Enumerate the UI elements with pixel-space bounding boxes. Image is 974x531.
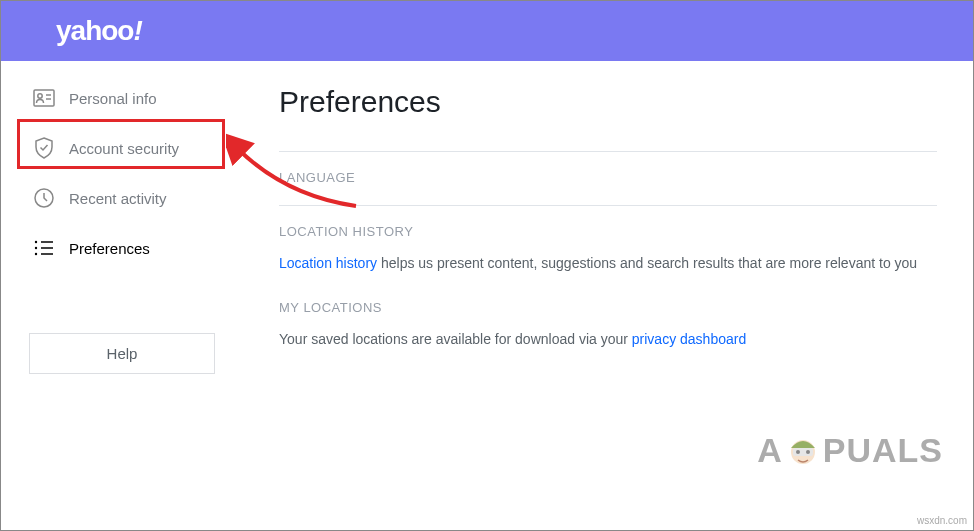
sidebar-item-label: Account security bbox=[69, 140, 179, 157]
privacy-dashboard-link[interactable]: privacy dashboard bbox=[632, 331, 746, 347]
section-title-location-history: LOCATION HISTORY bbox=[279, 224, 937, 239]
mascot-icon bbox=[783, 430, 823, 470]
sidebar-item-label: Personal info bbox=[69, 90, 157, 107]
location-history-text: Location history helps us present conten… bbox=[279, 253, 937, 274]
shield-check-icon bbox=[33, 137, 55, 159]
svg-point-5 bbox=[35, 241, 37, 243]
yahoo-logo[interactable]: yahoo! bbox=[56, 15, 142, 47]
my-locations-desc: Your saved locations are available for d… bbox=[279, 331, 632, 347]
site-credit: wsxdn.com bbox=[917, 515, 967, 526]
page-title: Preferences bbox=[279, 85, 937, 119]
logo-text: yahoo bbox=[56, 15, 133, 46]
sidebar-item-recent-activity[interactable]: Recent activity bbox=[1, 173, 243, 223]
sidebar-item-preferences[interactable]: Preferences bbox=[1, 223, 243, 273]
clock-icon bbox=[33, 187, 55, 209]
svg-point-7 bbox=[35, 253, 37, 255]
svg-point-14 bbox=[806, 450, 810, 454]
section-language: LANGUAGE bbox=[279, 151, 937, 185]
watermark-left: A bbox=[757, 431, 783, 470]
sidebar: Personal info Account security Recent ac… bbox=[1, 61, 243, 530]
header-bar: yahoo! bbox=[1, 1, 973, 61]
help-button[interactable]: Help bbox=[29, 333, 215, 374]
sidebar-item-account-security[interactable]: Account security bbox=[1, 123, 243, 173]
watermark-right: PUALS bbox=[823, 431, 943, 470]
section-title-my-locations: MY LOCATIONS bbox=[279, 300, 937, 315]
sidebar-item-label: Preferences bbox=[69, 240, 150, 257]
list-icon bbox=[33, 237, 55, 259]
help-label: Help bbox=[107, 345, 138, 362]
section-location-history: LOCATION HISTORY Location history helps … bbox=[279, 205, 937, 274]
svg-point-13 bbox=[796, 450, 800, 454]
sidebar-item-personal-info[interactable]: Personal info bbox=[1, 73, 243, 123]
section-title-language: LANGUAGE bbox=[279, 170, 937, 185]
my-locations-text: Your saved locations are available for d… bbox=[279, 329, 937, 350]
watermark: A PUALS bbox=[757, 430, 943, 470]
svg-point-6 bbox=[35, 247, 37, 249]
logo-exclaim: ! bbox=[133, 15, 141, 46]
svg-point-1 bbox=[38, 94, 42, 98]
location-history-desc: helps us present content, suggestions an… bbox=[377, 255, 917, 271]
location-history-link[interactable]: Location history bbox=[279, 255, 377, 271]
section-my-locations: MY LOCATIONS Your saved locations are av… bbox=[279, 294, 937, 350]
sidebar-item-label: Recent activity bbox=[69, 190, 167, 207]
svg-rect-0 bbox=[34, 90, 54, 106]
id-card-icon bbox=[33, 87, 55, 109]
